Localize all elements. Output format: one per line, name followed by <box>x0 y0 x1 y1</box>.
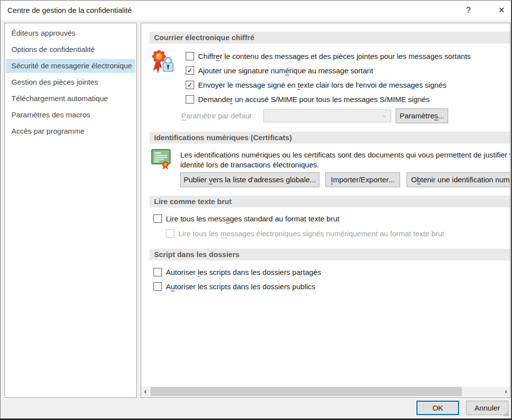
scripts-shared-folders-label[interactable]: Autoriser les scripts dans les dossiers … <box>166 268 321 276</box>
checkbox-row-read-signed-plain-text: Lire tous les messages électroniques sig… <box>166 229 444 238</box>
digital-signature-label[interactable]: Ajouter une signature numérique au messa… <box>198 66 373 75</box>
read-plain-text-label[interactable]: Lire tous les messages standard au forma… <box>166 214 339 223</box>
publish-gal-button[interactable]: Publier vers la liste d'adresses globale… <box>180 172 319 187</box>
section-header-digital-ids: Identifications numériques (Certificats) <box>150 132 511 144</box>
scroll-left-button[interactable]: ‹ <box>141 387 150 396</box>
default-setting-select: ⌄ <box>263 109 391 122</box>
checkbox-row-read-plain-text: Lire tous les messages standard au forma… <box>154 214 339 223</box>
scripts-public-folders-label[interactable]: Autoriser les scripts dans les dossiers … <box>166 282 315 291</box>
help-button[interactable]: ? <box>459 0 478 20</box>
checkbox-row-digital-signature: ✓ Ajouter une signature numérique au mes… <box>186 66 373 75</box>
import-export-button[interactable]: Importer/Exporter... <box>325 172 400 187</box>
scrollable-content: Courrier électronique chiffré <box>141 23 511 386</box>
sidebar: Éditeurs approuvés Options de confidenti… <box>4 23 137 398</box>
clear-text-signed-checkbox[interactable]: ✓ <box>186 81 194 89</box>
read-signed-plain-text-label: Lire tous les messages électroniques sig… <box>178 229 444 238</box>
certificate-icon <box>151 148 172 170</box>
clear-text-signed-label[interactable]: Envoyer le message signé en texte clair … <box>198 81 446 89</box>
resize-grip[interactable] <box>508 415 509 416</box>
certificate-lock-icon <box>151 50 174 75</box>
encrypt-outgoing-checkbox[interactable] <box>186 52 194 60</box>
scroll-thumb[interactable] <box>151 387 462 396</box>
sidebar-item-programmatic-access[interactable]: Accès par programme <box>6 124 135 138</box>
settings-button[interactable]: Paramètres... <box>396 108 448 123</box>
close-button[interactable]: ✕ <box>492 0 512 20</box>
checkbox-row-scripts-shared-folders: Autoriser les scripts dans les dossiers … <box>154 268 321 276</box>
read-signed-plain-text-checkbox <box>166 229 174 238</box>
encrypt-outgoing-label[interactable]: Chiffrer le contenu des messages et des … <box>198 52 471 60</box>
trust-center-dialog: Centre de gestion de la confidentialité … <box>0 0 512 420</box>
scripts-public-folders-checkbox[interactable] <box>154 282 162 291</box>
section-header-plain-text: Lire comme texte brut <box>150 196 511 208</box>
checkbox-row-clear-text-signed: ✓ Envoyer le message signé en texte clai… <box>186 81 446 89</box>
digital-ids-description-line2: identité lors de transactions électroniq… <box>180 160 319 169</box>
sidebar-item-auto-download[interactable]: Téléchargement automatique <box>6 92 135 105</box>
default-setting-label: Paramètre par défaut : <box>181 109 256 122</box>
checkbox-row-smime-receipt: Demander un accusé S/MIME pour tous les … <box>186 95 430 104</box>
section-header-encrypted-mail: Courrier électronique chiffré <box>150 32 511 44</box>
checkbox-row-encrypt-outgoing: Chiffrer le contenu des messages et des … <box>186 52 471 60</box>
email-security-page: Courrier électronique chiffré <box>141 23 511 398</box>
digital-signature-checkbox[interactable]: ✓ <box>186 66 194 75</box>
sidebar-item-attachments[interactable]: Gestion des pièces jointes <box>6 75 135 89</box>
sidebar-item-macro-settings[interactable]: Paramètres des macros <box>6 108 135 122</box>
smime-receipt-checkbox[interactable] <box>186 95 194 104</box>
ok-button[interactable]: OK <box>416 401 459 415</box>
sidebar-item-trusted-publishers[interactable]: Éditeurs approuvés <box>6 26 135 40</box>
read-plain-text-checkbox[interactable] <box>154 214 162 223</box>
digital-ids-description-line1: Les identifications numériques ou les ce… <box>180 151 511 159</box>
smime-receipt-label[interactable]: Demander un accusé S/MIME pour tous les … <box>198 95 430 104</box>
sidebar-item-privacy-options[interactable]: Options de confidentialité <box>6 43 135 56</box>
title-bar: Centre de gestion de la confidentialité … <box>0 0 511 20</box>
scroll-right-button[interactable]: › <box>502 387 510 396</box>
chevron-down-icon: ⌄ <box>381 109 387 121</box>
horizontal-scrollbar[interactable]: ‹ › <box>141 387 510 396</box>
sidebar-item-email-security[interactable]: Sécurité de messagerie électronique <box>6 59 135 73</box>
checkbox-row-scripts-public-folders: Autoriser les scripts dans les dossiers … <box>154 282 315 291</box>
section-header-folder-scripts: Script dans les dossiers <box>150 249 511 261</box>
dialog-title: Centre de gestion de la confidentialité <box>7 0 132 20</box>
scripts-shared-folders-checkbox[interactable] <box>154 268 162 276</box>
get-digital-id-button[interactable]: Obtenir une identification numérique... <box>407 172 511 187</box>
cancel-button[interactable]: Annuler <box>466 401 509 415</box>
